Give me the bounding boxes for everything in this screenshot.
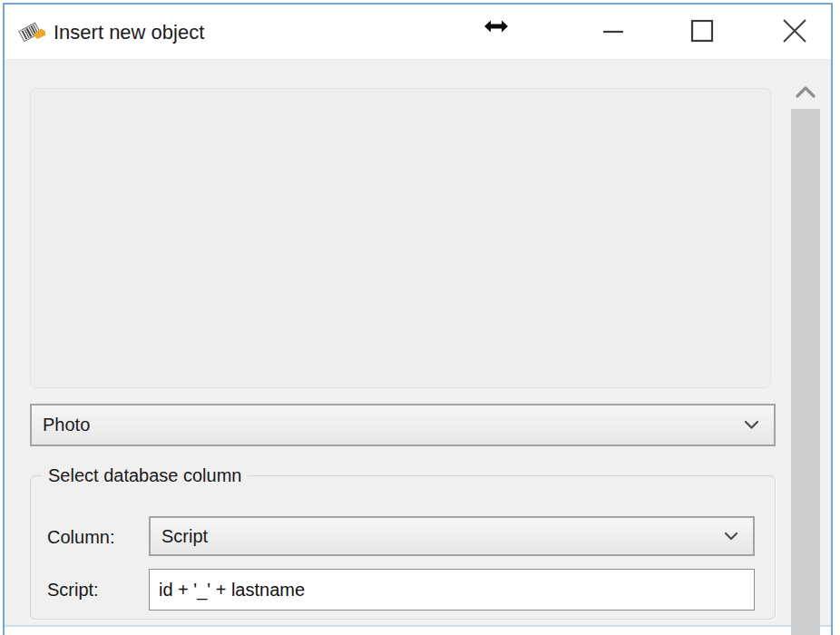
column-dropdown[interactable]: Script xyxy=(149,516,755,556)
horizontal-resize-cursor-icon xyxy=(483,19,509,37)
label-barcode-icon xyxy=(18,19,47,44)
window-title: Insert new object xyxy=(54,21,204,44)
vertical-scrollbar-thumb[interactable] xyxy=(791,109,820,635)
script-input[interactable] xyxy=(149,569,755,611)
title-bar: Insert new object xyxy=(5,5,831,60)
dialog-window: Insert new object xyxy=(3,3,833,635)
chevron-down-icon xyxy=(724,532,738,541)
column-label: Column: xyxy=(47,527,114,548)
select-database-column-group: Select database column Column: Script Sc… xyxy=(30,465,776,620)
close-button[interactable] xyxy=(767,5,822,57)
column-value: Script xyxy=(151,526,724,547)
object-type-value: Photo xyxy=(32,415,744,435)
script-label: Script: xyxy=(47,580,99,601)
maximize-button[interactable] xyxy=(675,5,729,57)
chevron-up-icon[interactable] xyxy=(796,86,816,99)
group-legend: Select database column xyxy=(42,465,248,486)
chevron-down-icon xyxy=(744,420,759,430)
object-type-dropdown[interactable]: Photo xyxy=(30,404,776,446)
window-bottom-edge xyxy=(5,625,831,635)
object-preview-panel xyxy=(30,88,771,388)
minimize-button[interactable] xyxy=(586,5,640,57)
